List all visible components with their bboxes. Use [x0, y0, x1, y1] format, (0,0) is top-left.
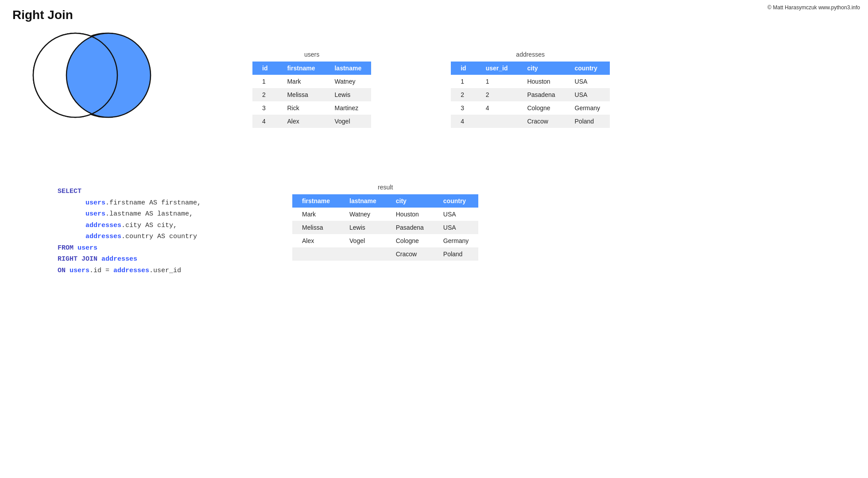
result-col-country: country [434, 194, 479, 208]
result-col-lastname: lastname [340, 194, 386, 208]
addresses-col-country: country [565, 62, 610, 75]
addresses-table-section: addresses id user_id city country 11Hous… [451, 51, 610, 128]
table-row: 11HoustonUSA [451, 75, 610, 88]
result-col-firstname: firstname [292, 194, 340, 208]
sql-line1: users.firstname AS firstname, [58, 197, 201, 209]
addresses-col-id: id [451, 62, 476, 75]
venn-diagram-container [18, 27, 168, 125]
table-row: 4CracowPoland [451, 115, 610, 128]
table-row: 4AlexVogel [252, 115, 371, 128]
users-table-section: users id firstname lastname 1MarkWatney2… [252, 51, 371, 128]
users-col-id: id [252, 62, 277, 75]
sql-on-line: ON users.id = addresses.user_id [58, 265, 201, 277]
table-row: AlexVogelCologneGermany [292, 234, 478, 247]
sql-select-line: SELECT [58, 186, 201, 197]
users-table: id firstname lastname 1MarkWatney2Meliss… [252, 62, 371, 128]
sql-line3: addresses.city AS city, [58, 220, 201, 231]
users-col-firstname: firstname [277, 62, 325, 75]
sql-line2: users.lastname AS lastname, [58, 208, 201, 220]
table-row: 34CologneGermany [451, 101, 610, 115]
table-row: 1MarkWatney [252, 75, 371, 88]
table-row: 22PasadenaUSA [451, 88, 610, 101]
addresses-col-user-id: user_id [476, 62, 518, 75]
table-row: MarkWatneyHoustonUSA [292, 208, 478, 221]
sql-from-line: FROM users [58, 243, 201, 254]
addresses-col-city: city [517, 62, 565, 75]
result-table-section: result firstname lastname city country M… [292, 184, 478, 261]
addresses-table: id user_id city country 11HoustonUSA22Pa… [451, 62, 610, 128]
copyright-text: © Matt Harasymczuk www.python3.info [767, 4, 860, 11]
result-table-label: result [378, 184, 393, 191]
result-col-city: city [386, 194, 434, 208]
users-col-lastname: lastname [325, 62, 371, 75]
sql-code-block: SELECT users.firstname AS firstname, use… [58, 186, 201, 276]
table-row: MelissaLewisPasadenaUSA [292, 221, 478, 234]
page-title: Right Join [12, 8, 73, 22]
users-table-label: users [304, 51, 319, 58]
result-table: firstname lastname city country MarkWatn… [292, 194, 478, 261]
sql-rightjoin-line: RIGHT JOIN addresses [58, 254, 201, 265]
table-row: 2MelissaLewis [252, 88, 371, 101]
tables-top-section: users id firstname lastname 1MarkWatney2… [252, 51, 610, 128]
addresses-table-label: addresses [516, 51, 545, 58]
table-row: 3RickMartinez [252, 101, 371, 115]
table-row: CracowPoland [292, 247, 478, 261]
sql-line4: addresses.country AS country [58, 231, 201, 243]
